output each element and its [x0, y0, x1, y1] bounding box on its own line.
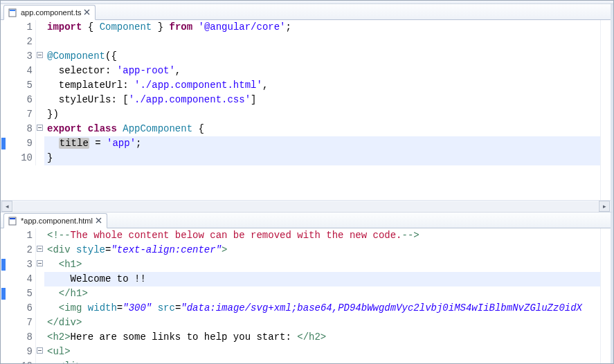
code-line[interactable]: 7}): [1, 107, 600, 122]
line-number[interactable]: 10: [9, 151, 36, 165]
line-number[interactable]: 5: [9, 78, 36, 93]
scroll-track[interactable]: [13, 201, 598, 211]
code-text[interactable]: templateUrl: './app.component.html',: [44, 78, 600, 93]
fold-column[interactable]: [36, 359, 44, 363]
line-number[interactable]: 1: [9, 228, 36, 243]
line-number[interactable]: 2: [9, 243, 36, 257]
code-line[interactable]: 6 <img width="300" src="data:image/svg+x…: [1, 301, 600, 316]
code-line[interactable]: 5 </h1>: [1, 286, 600, 301]
code-text[interactable]: <h1>: [44, 257, 600, 272]
code-line[interactable]: 5 templateUrl: './app.component.html',: [1, 78, 600, 93]
code-text[interactable]: <ul>: [44, 345, 600, 359]
close-icon[interactable]: [84, 9, 91, 16]
code-line[interactable]: 10 <li>: [1, 359, 600, 363]
scroll-right-button[interactable]: ▸: [599, 201, 610, 212]
fold-column[interactable]: [36, 93, 44, 107]
line-number[interactable]: 1: [9, 20, 36, 35]
overview-ruler[interactable]: [600, 228, 611, 363]
fold-column[interactable]: [36, 228, 44, 243]
code-text[interactable]: selector: 'app-root',: [44, 64, 600, 78]
code-text[interactable]: <h2>Here are some links to help you star…: [44, 330, 600, 345]
code-text[interactable]: <li>: [44, 359, 600, 363]
line-number[interactable]: 9: [9, 345, 36, 359]
code-line[interactable]: 3@Component({: [1, 49, 600, 64]
fold-toggle-icon[interactable]: [37, 246, 43, 252]
code-text[interactable]: import { Component } from '@angular/core…: [44, 20, 600, 35]
fold-column[interactable]: [36, 64, 44, 78]
fold-column[interactable]: [36, 151, 44, 165]
code-text[interactable]: }: [44, 151, 600, 165]
code-line[interactable]: 9<ul>: [1, 345, 600, 359]
fold-column[interactable]: [36, 78, 44, 93]
line-number[interactable]: 3: [9, 257, 36, 272]
fold-toggle-icon[interactable]: [37, 347, 43, 354]
fold-column[interactable]: [36, 345, 44, 359]
code-text[interactable]: </div>: [44, 316, 600, 330]
code-line[interactable]: 4 Welcome to !!: [1, 272, 600, 286]
code-text[interactable]: title = 'app';: [44, 136, 600, 151]
line-number[interactable]: 4: [9, 64, 36, 78]
code-line[interactable]: 10}: [1, 151, 600, 165]
fold-toggle-icon[interactable]: [37, 52, 43, 58]
code-line[interactable]: 9 title = 'app';: [1, 136, 600, 151]
tab-app-component-html[interactable]: *app.component.html: [3, 213, 107, 228]
fold-column[interactable]: [36, 122, 44, 136]
line-number[interactable]: 2: [9, 35, 36, 49]
code-text[interactable]: </h1>: [44, 286, 600, 301]
code-line[interactable]: 8<h2>Here are some links to help you sta…: [1, 330, 600, 345]
fold-column[interactable]: [36, 286, 44, 301]
code-line[interactable]: 6 styleUrls: ['./app.component.css']: [1, 93, 600, 107]
code-line[interactable]: 3 <h1>: [1, 257, 600, 272]
code-line[interactable]: 8export class AppComponent {: [1, 122, 600, 136]
fold-column[interactable]: [36, 136, 44, 151]
code-line[interactable]: 7</div>: [1, 316, 600, 330]
line-number[interactable]: 8: [9, 122, 36, 136]
fold-column[interactable]: [36, 330, 44, 345]
code-text[interactable]: styleUrls: ['./app.component.css']: [44, 93, 600, 107]
tab-app-component-ts[interactable]: app.component.ts: [3, 5, 96, 20]
code-text[interactable]: <div style="text-align:center">: [44, 243, 600, 257]
line-number[interactable]: 5: [9, 286, 36, 301]
code-text[interactable]: }): [44, 107, 600, 122]
code-text[interactable]: @Component({: [44, 49, 600, 64]
line-number[interactable]: 6: [9, 301, 36, 316]
line-number[interactable]: 4: [9, 272, 36, 286]
fold-column[interactable]: [36, 20, 44, 35]
code-lines-html[interactable]: 1<!--The whole content below can be remo…: [1, 228, 600, 363]
code-text[interactable]: <!--The whole content below can be remov…: [44, 228, 600, 243]
code-viewport-html[interactable]: 1<!--The whole content below can be remo…: [1, 228, 611, 363]
horizontal-scrollbar[interactable]: ◂ ▸: [1, 200, 611, 212]
code-line[interactable]: 2<div style="text-align:center">: [1, 243, 600, 257]
code-line[interactable]: 1import { Component } from '@angular/cor…: [1, 20, 600, 35]
fold-column[interactable]: [36, 243, 44, 257]
code-line[interactable]: 1<!--The whole content below can be remo…: [1, 228, 600, 243]
fold-column[interactable]: [36, 257, 44, 272]
line-number[interactable]: 7: [9, 316, 36, 330]
code-text[interactable]: [44, 35, 600, 49]
line-number[interactable]: 6: [9, 93, 36, 107]
scroll-left-button[interactable]: ◂: [1, 201, 12, 212]
code-line[interactable]: 2: [1, 35, 600, 49]
code-line[interactable]: 4 selector: 'app-root',: [1, 64, 600, 78]
line-number[interactable]: 10: [9, 359, 36, 363]
fold-column[interactable]: [36, 316, 44, 330]
code-text[interactable]: <img width="300" src="data:image/svg+xml…: [44, 301, 600, 316]
fold-toggle-icon[interactable]: [37, 125, 43, 131]
line-number[interactable]: 3: [9, 49, 36, 64]
code-lines-ts[interactable]: 1import { Component } from '@angular/cor…: [1, 20, 600, 200]
code-viewport-ts[interactable]: 1import { Component } from '@angular/cor…: [1, 20, 611, 200]
fold-column[interactable]: [36, 301, 44, 316]
close-icon[interactable]: [96, 217, 102, 224]
marker-column: [1, 122, 9, 136]
line-number[interactable]: 9: [9, 136, 36, 151]
fold-column[interactable]: [36, 49, 44, 64]
fold-column[interactable]: [36, 107, 44, 122]
code-text[interactable]: export class AppComponent {: [44, 122, 600, 136]
code-text[interactable]: Welcome to !!: [44, 272, 600, 286]
line-number[interactable]: 8: [9, 330, 36, 345]
fold-column[interactable]: [36, 272, 44, 286]
fold-column[interactable]: [36, 35, 44, 49]
overview-ruler[interactable]: [600, 20, 611, 200]
line-number[interactable]: 7: [9, 107, 36, 122]
fold-toggle-icon[interactable]: [37, 260, 43, 266]
